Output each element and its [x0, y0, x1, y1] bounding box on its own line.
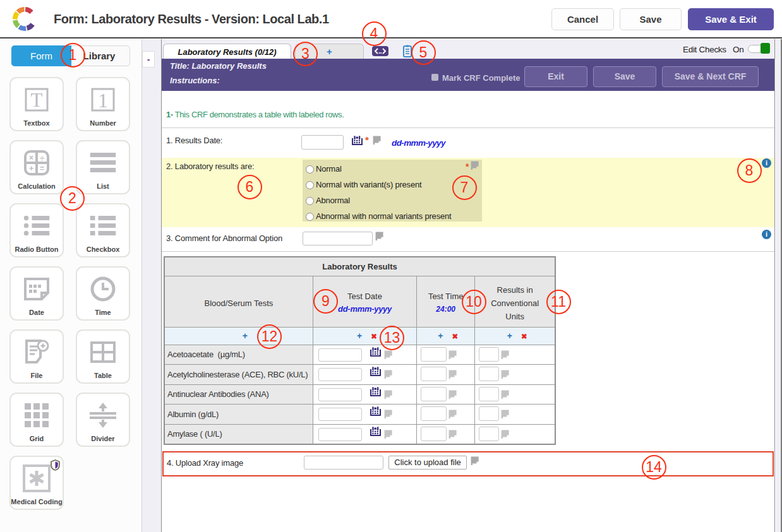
svg-text:÷: ÷ — [40, 153, 44, 163]
svg-text:+: + — [29, 163, 34, 173]
svg-text:1: 1 — [98, 89, 108, 112]
svg-text:T: T — [31, 89, 43, 111]
svg-text:=: = — [40, 164, 44, 173]
svg-text:×: × — [29, 153, 33, 162]
